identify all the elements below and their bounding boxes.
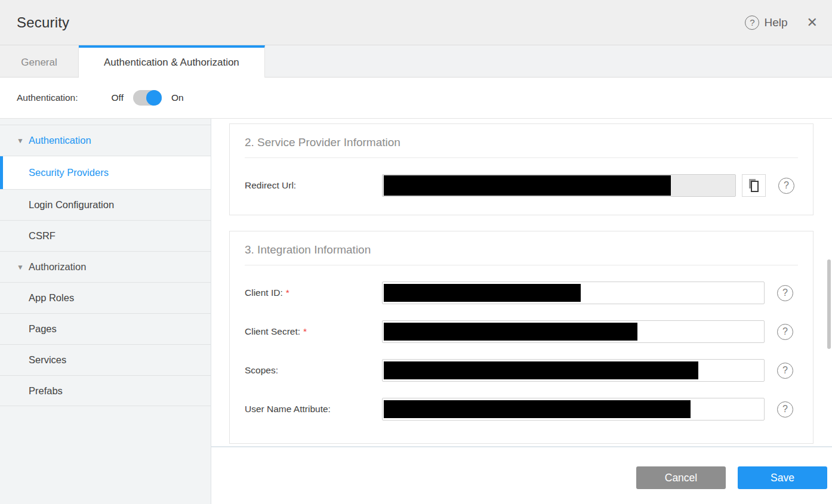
- scopes-row: Scopes: ?: [245, 359, 798, 382]
- help-icon: ?: [778, 178, 794, 194]
- sidebar-item-services[interactable]: Services: [0, 344, 211, 375]
- authentication-toggle[interactable]: [133, 90, 162, 106]
- header-actions: ? Help ✕: [745, 16, 818, 30]
- sidebar-item-app-roles[interactable]: App Roles: [0, 282, 211, 313]
- client-id-row: Client ID:* ?: [245, 282, 798, 304]
- help-icon: ?: [777, 285, 793, 301]
- sidebar-item-label: CSRF: [29, 230, 56, 242]
- tab-authentication-authorization[interactable]: Authentication & Authorization: [79, 45, 265, 78]
- sidebar-item-label: Prefabs: [29, 385, 63, 397]
- required-marker: *: [286, 287, 289, 298]
- toggle-off-label: Off: [112, 92, 124, 103]
- copy-icon: [749, 179, 759, 192]
- chevron-down-icon: ▼: [17, 137, 25, 145]
- user-name-attribute-help[interactable]: ?: [777, 401, 793, 418]
- sidebar-item-csrf[interactable]: CSRF: [0, 220, 211, 251]
- integration-information-section: 3. Integration Information Client ID:* ?: [229, 231, 813, 444]
- close-icon[interactable]: ✕: [807, 16, 818, 29]
- tab-general[interactable]: General: [0, 45, 79, 77]
- sidebar-item-label: Security Providers: [29, 167, 109, 178]
- authentication-switch-group: Off On: [112, 90, 184, 106]
- user-name-attribute-row: User Name Attribute: ?: [245, 398, 798, 420]
- toggle-on-label: On: [171, 92, 184, 103]
- section-divider: [245, 157, 798, 158]
- sidebar-item-pages[interactable]: Pages: [0, 313, 211, 344]
- dialog-header: Security ? Help ✕: [0, 0, 832, 45]
- help-button[interactable]: ? Help: [745, 16, 787, 30]
- client-secret-label: Client Secret:*: [245, 326, 382, 337]
- sidebar-group-label: Authorization: [29, 261, 86, 273]
- service-provider-information-section: 2. Service Provider Information Redirect…: [229, 123, 813, 215]
- sidebar-group-label: Authentication: [29, 135, 91, 146]
- vertical-scrollbar-thumb[interactable]: [827, 259, 831, 349]
- sidebar-item-label: Services: [29, 354, 66, 366]
- sidebar-item-label: Login Configuration: [29, 199, 114, 211]
- sidebar-item-label: App Roles: [29, 292, 74, 304]
- sidebar-group-authentication[interactable]: ▼ Authentication: [0, 125, 211, 156]
- scopes-input[interactable]: [382, 359, 765, 382]
- redacted-value: [384, 400, 691, 418]
- redirect-url-help[interactable]: ?: [778, 178, 794, 194]
- tab-bar: General Authentication & Authorization: [0, 45, 832, 78]
- client-id-label: Client ID:*: [245, 287, 382, 298]
- redirect-url-label: Redirect Url:: [245, 180, 382, 191]
- scopes-label: Scopes:: [245, 365, 382, 376]
- help-icon: ?: [777, 324, 793, 340]
- redirect-url-input[interactable]: [382, 174, 736, 197]
- required-marker: *: [303, 326, 307, 336]
- footer-actions: Cancel Save: [211, 447, 832, 489]
- client-secret-input[interactable]: [382, 320, 765, 343]
- user-name-attribute-label: User Name Attribute:: [245, 404, 382, 415]
- section-heading: 3. Integration Information: [245, 243, 798, 256]
- sidebar-item-login-configuration[interactable]: Login Configuration: [0, 189, 211, 220]
- chevron-down-icon: ▼: [17, 263, 25, 271]
- section-divider: [245, 265, 798, 265]
- help-icon: ?: [777, 363, 793, 379]
- scopes-help[interactable]: ?: [777, 363, 793, 379]
- redacted-value: [384, 284, 581, 302]
- client-id-input[interactable]: [382, 282, 765, 304]
- save-button[interactable]: Save: [738, 466, 827, 489]
- copy-button[interactable]: [742, 174, 766, 197]
- authentication-toggle-label: Authentication:: [17, 92, 78, 103]
- security-providers-content: 2. Service Provider Information Redirect…: [211, 119, 832, 504]
- client-secret-row: Client Secret:* ?: [245, 320, 798, 343]
- page-title: Security: [17, 14, 69, 31]
- sidebar-item-security-providers[interactable]: Security Providers: [0, 156, 211, 189]
- redacted-value: [384, 175, 671, 196]
- client-secret-help[interactable]: ?: [777, 324, 793, 340]
- dialog-body: ▼ Authentication Security Providers Logi…: [0, 119, 832, 504]
- sidebar-item-label: Pages: [29, 323, 57, 335]
- redacted-value: [384, 323, 637, 341]
- help-icon: ?: [745, 16, 759, 30]
- help-label: Help: [764, 16, 787, 29]
- cancel-button[interactable]: Cancel: [636, 466, 726, 489]
- security-dialog: Security ? Help ✕ General Authentication…: [0, 0, 832, 504]
- sidebar-group-authorization[interactable]: ▼ Authorization: [0, 251, 211, 282]
- client-id-help[interactable]: ?: [777, 285, 793, 301]
- toggle-knob: [146, 90, 162, 106]
- sidebar-item-prefabs[interactable]: Prefabs: [0, 375, 211, 406]
- help-icon: ?: [777, 401, 793, 418]
- security-nav-sidebar: ▼ Authentication Security Providers Logi…: [0, 119, 211, 504]
- section-heading: 2. Service Provider Information: [245, 136, 798, 149]
- user-name-attribute-input[interactable]: [382, 398, 765, 420]
- redirect-url-row: Redirect Url: ?: [245, 174, 798, 197]
- authentication-toggle-row: Authentication: Off On: [0, 78, 832, 119]
- redacted-value: [384, 361, 698, 379]
